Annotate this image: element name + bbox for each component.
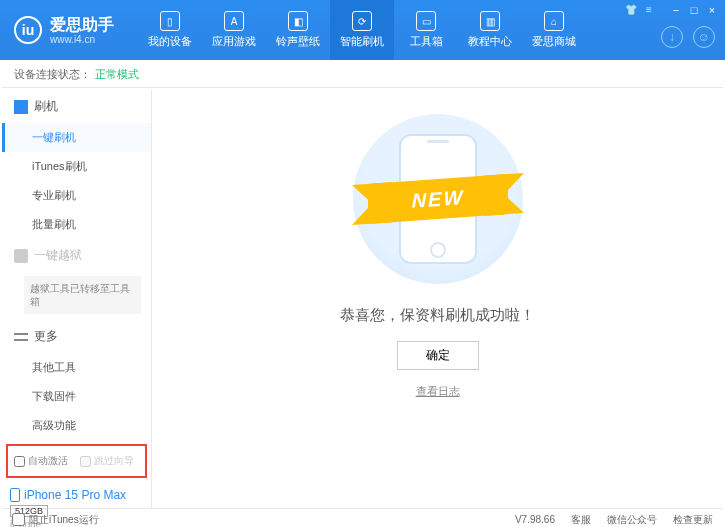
sidebar: 刷机 一键刷机 iTunes刷机 专业刷机 批量刷机 一键越狱 越狱工具已转移至…	[2, 90, 152, 508]
status-bar: 设备连接状态： 正常模式	[2, 62, 723, 88]
checkbox-label: 阻止iTunes运行	[29, 513, 99, 527]
sidebar-item-other-tools[interactable]: 其他工具	[2, 353, 151, 382]
store-icon: ⌂	[544, 11, 564, 31]
close-icon[interactable]: ×	[705, 4, 719, 16]
checkbox-block-itunes[interactable]: 阻止iTunes运行	[12, 513, 99, 527]
phone-icon	[10, 488, 20, 502]
title-small-icons: 👕 ≡	[625, 4, 655, 15]
more-icon	[14, 333, 28, 341]
view-log-link[interactable]: 查看日志	[416, 384, 460, 399]
wechat-link[interactable]: 微信公众号	[607, 513, 657, 527]
sidebar-item-download-fw[interactable]: 下载固件	[2, 382, 151, 411]
checkbox-label: 跳过向导	[94, 454, 134, 468]
new-ribbon: NEW	[368, 174, 508, 224]
sidebar-options-box: 自动激活 跳过向导	[6, 444, 147, 478]
header-user-icons: ↓ ☺	[661, 26, 715, 48]
device-name: iPhone 15 Pro Max	[24, 488, 126, 502]
sidebar-group-jailbreak: 一键越狱	[2, 239, 151, 272]
sidebar-item-advanced[interactable]: 高级功能	[2, 411, 151, 440]
device-name-row: iPhone 15 Pro Max	[10, 488, 143, 502]
nav-store[interactable]: ⌂爱思商城	[522, 0, 586, 60]
user-icon[interactable]: ☺	[693, 26, 715, 48]
main-content: NEW 恭喜您，保资料刷机成功啦！ 确定 查看日志	[152, 90, 723, 508]
top-nav: ▯我的设备 A应用游戏 ◧铃声壁纸 ⟳智能刷机 ▭工具箱 ▥教程中心 ⌂爱思商城	[138, 0, 586, 60]
group-label: 一键越狱	[34, 247, 82, 264]
tshirt-icon[interactable]: 👕	[625, 4, 637, 15]
app-name: 爱思助手	[50, 16, 114, 33]
nav-my-device[interactable]: ▯我的设备	[138, 0, 202, 60]
checkbox-auto-activate[interactable]: 自动激活	[14, 454, 68, 468]
sidebar-item-oneclick-flash[interactable]: 一键刷机	[2, 123, 151, 152]
apps-icon: A	[224, 11, 244, 31]
nav-label: 智能刷机	[340, 34, 384, 49]
nav-label: 工具箱	[410, 34, 443, 49]
jailbreak-note: 越狱工具已转移至工具箱	[24, 276, 141, 314]
toolbox-icon: ▭	[416, 11, 436, 31]
minimize-icon[interactable]: −	[669, 4, 683, 16]
book-icon: ▥	[480, 11, 500, 31]
nav-label: 爱思商城	[532, 34, 576, 49]
sidebar-item-batch-flash[interactable]: 批量刷机	[2, 210, 151, 239]
logo-area: iu 爱思助手 www.i4.cn	[0, 15, 128, 45]
success-message: 恭喜您，保资料刷机成功啦！	[340, 306, 535, 325]
status-label: 设备连接状态：	[14, 67, 91, 82]
download-icon[interactable]: ↓	[661, 26, 683, 48]
window-controls: − □ ×	[669, 4, 719, 16]
group-label: 更多	[34, 328, 58, 345]
success-illustration: NEW	[353, 114, 523, 284]
menu-icon[interactable]: ≡	[643, 4, 655, 15]
version-label: V7.98.66	[515, 514, 555, 525]
sidebar-item-itunes-flash[interactable]: iTunes刷机	[2, 152, 151, 181]
nav-label: 应用游戏	[212, 34, 256, 49]
nav-toolbox[interactable]: ▭工具箱	[394, 0, 458, 60]
sidebar-item-pro-flash[interactable]: 专业刷机	[2, 181, 151, 210]
wallpaper-icon: ◧	[288, 11, 308, 31]
customer-service-link[interactable]: 客服	[571, 513, 591, 527]
checkbox-skip-guide: 跳过向导	[80, 454, 134, 468]
sidebar-group-more[interactable]: 更多	[2, 320, 151, 353]
nav-flash[interactable]: ⟳智能刷机	[330, 0, 394, 60]
ok-button[interactable]: 确定	[397, 341, 479, 370]
logo-icon: iu	[14, 16, 42, 44]
nav-label: 我的设备	[148, 34, 192, 49]
nav-label: 铃声壁纸	[276, 34, 320, 49]
checkbox-label: 自动激活	[28, 454, 68, 468]
lock-icon	[14, 249, 28, 263]
nav-tutorials[interactable]: ▥教程中心	[458, 0, 522, 60]
check-update-link[interactable]: 检查更新	[673, 513, 713, 527]
site-url: www.i4.cn	[50, 34, 114, 45]
flash-group-icon	[14, 100, 28, 114]
status-mode: 正常模式	[95, 67, 139, 82]
group-label: 刷机	[34, 98, 58, 115]
app-header: iu 爱思助手 www.i4.cn ▯我的设备 A应用游戏 ◧铃声壁纸 ⟳智能刷…	[0, 0, 725, 60]
nav-ringtones[interactable]: ◧铃声壁纸	[266, 0, 330, 60]
device-icon: ▯	[160, 11, 180, 31]
maximize-icon[interactable]: □	[687, 4, 701, 16]
sidebar-group-flash[interactable]: 刷机	[2, 90, 151, 123]
nav-apps[interactable]: A应用游戏	[202, 0, 266, 60]
nav-label: 教程中心	[468, 34, 512, 49]
flash-icon: ⟳	[352, 11, 372, 31]
